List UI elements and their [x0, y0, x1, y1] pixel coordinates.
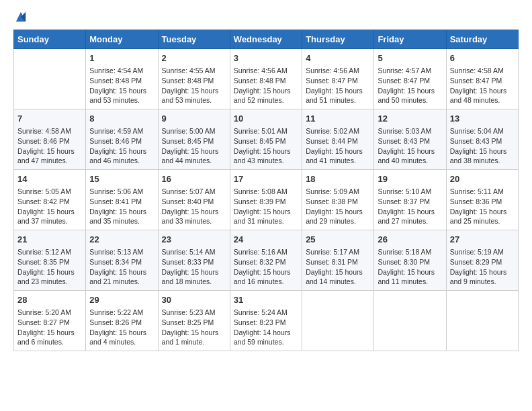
- cell-content: Sunrise: 4:54 AM Sunset: 8:48 PM Dayligh…: [89, 66, 154, 105]
- weekday-header-friday: Friday: [374, 30, 446, 49]
- calendar-cell: [302, 291, 374, 351]
- cell-content: Sunrise: 5:01 AM Sunset: 8:45 PM Dayligh…: [234, 126, 298, 166]
- calendar-cell: 1Sunrise: 4:54 AM Sunset: 8:48 PM Daylig…: [86, 49, 158, 109]
- calendar-cell: 31Sunrise: 5:24 AM Sunset: 8:23 PM Dayli…: [230, 291, 302, 351]
- cell-content: Sunrise: 5:16 AM Sunset: 8:32 PM Dayligh…: [234, 247, 298, 287]
- cell-content: Sunrise: 5:12 AM Sunset: 8:35 PM Dayligh…: [17, 247, 82, 287]
- calendar-cell: 28Sunrise: 5:20 AM Sunset: 8:27 PM Dayli…: [14, 291, 86, 351]
- calendar-cell: 7Sunrise: 4:58 AM Sunset: 8:46 PM Daylig…: [14, 109, 86, 170]
- logo: [13, 13, 27, 23]
- cell-content: Sunrise: 4:58 AM Sunset: 8:47 PM Dayligh…: [450, 66, 515, 105]
- calendar-cell: [446, 291, 518, 351]
- cell-content: Sunrise: 5:19 AM Sunset: 8:29 PM Dayligh…: [450, 247, 515, 287]
- day-number: 13: [450, 113, 515, 125]
- day-number: 23: [162, 234, 226, 246]
- calendar-cell: 27Sunrise: 5:19 AM Sunset: 8:29 PM Dayli…: [446, 230, 518, 291]
- day-number: 8: [89, 113, 154, 125]
- weekday-header-wednesday: Wednesday: [230, 30, 302, 49]
- calendar-cell: 22Sunrise: 5:13 AM Sunset: 8:34 PM Dayli…: [86, 230, 158, 291]
- calendar-cell: 10Sunrise: 5:01 AM Sunset: 8:45 PM Dayli…: [230, 109, 302, 170]
- day-number: 3: [234, 52, 298, 64]
- cell-content: Sunrise: 5:13 AM Sunset: 8:34 PM Dayligh…: [89, 247, 154, 287]
- calendar-cell: 2Sunrise: 4:55 AM Sunset: 8:48 PM Daylig…: [158, 49, 230, 109]
- calendar-cell: 8Sunrise: 4:59 AM Sunset: 8:46 PM Daylig…: [86, 109, 158, 170]
- calendar-cell: 11Sunrise: 5:02 AM Sunset: 8:44 PM Dayli…: [302, 109, 374, 170]
- calendar-week-row: 21Sunrise: 5:12 AM Sunset: 8:35 PM Dayli…: [14, 230, 519, 291]
- day-number: 11: [306, 113, 370, 125]
- calendar-cell: 24Sunrise: 5:16 AM Sunset: 8:32 PM Dayli…: [230, 230, 302, 291]
- day-number: 19: [378, 173, 442, 185]
- calendar-week-row: 28Sunrise: 5:20 AM Sunset: 8:27 PM Dayli…: [14, 291, 519, 351]
- calendar-cell: [14, 49, 86, 109]
- day-number: 6: [450, 52, 515, 64]
- calendar-week-row: 14Sunrise: 5:05 AM Sunset: 8:42 PM Dayli…: [14, 170, 519, 230]
- cell-content: Sunrise: 5:08 AM Sunset: 8:39 PM Dayligh…: [234, 187, 298, 226]
- cell-content: Sunrise: 5:02 AM Sunset: 8:44 PM Dayligh…: [306, 126, 370, 166]
- calendar-cell: 14Sunrise: 5:05 AM Sunset: 8:42 PM Dayli…: [14, 170, 86, 230]
- calendar-cell: 25Sunrise: 5:17 AM Sunset: 8:31 PM Dayli…: [302, 230, 374, 291]
- cell-content: Sunrise: 5:07 AM Sunset: 8:40 PM Dayligh…: [162, 187, 226, 226]
- calendar-cell: 23Sunrise: 5:14 AM Sunset: 8:33 PM Dayli…: [158, 230, 230, 291]
- cell-content: Sunrise: 5:23 AM Sunset: 8:25 PM Dayligh…: [162, 308, 226, 347]
- weekday-header-tuesday: Tuesday: [158, 30, 230, 49]
- cell-content: Sunrise: 5:09 AM Sunset: 8:38 PM Dayligh…: [306, 187, 370, 226]
- day-number: 29: [89, 294, 154, 306]
- calendar-cell: 13Sunrise: 5:04 AM Sunset: 8:43 PM Dayli…: [446, 109, 518, 170]
- day-number: 20: [450, 173, 515, 185]
- cell-content: Sunrise: 5:00 AM Sunset: 8:45 PM Dayligh…: [162, 126, 226, 166]
- cell-content: Sunrise: 5:20 AM Sunset: 8:27 PM Dayligh…: [17, 308, 82, 347]
- cell-content: Sunrise: 4:59 AM Sunset: 8:46 PM Dayligh…: [89, 126, 154, 166]
- day-number: 16: [162, 173, 226, 185]
- day-number: 5: [378, 52, 442, 64]
- cell-content: Sunrise: 5:10 AM Sunset: 8:37 PM Dayligh…: [378, 187, 442, 226]
- calendar-cell: 15Sunrise: 5:06 AM Sunset: 8:41 PM Dayli…: [86, 170, 158, 230]
- weekday-header-saturday: Saturday: [446, 30, 518, 49]
- cell-content: Sunrise: 5:05 AM Sunset: 8:42 PM Dayligh…: [17, 187, 82, 226]
- calendar-cell: 4Sunrise: 4:56 AM Sunset: 8:47 PM Daylig…: [302, 49, 374, 109]
- cell-content: Sunrise: 5:06 AM Sunset: 8:41 PM Dayligh…: [89, 187, 154, 226]
- day-number: 2: [162, 52, 226, 64]
- cell-content: Sunrise: 5:11 AM Sunset: 8:36 PM Dayligh…: [450, 187, 515, 226]
- day-number: 25: [306, 234, 370, 246]
- day-number: 9: [162, 113, 226, 125]
- calendar-cell: 3Sunrise: 4:56 AM Sunset: 8:48 PM Daylig…: [230, 49, 302, 109]
- calendar-week-row: 7Sunrise: 4:58 AM Sunset: 8:46 PM Daylig…: [14, 109, 519, 170]
- calendar-cell: 6Sunrise: 4:58 AM Sunset: 8:47 PM Daylig…: [446, 49, 518, 109]
- day-number: 17: [234, 173, 298, 185]
- weekday-header-monday: Monday: [86, 30, 158, 49]
- cell-content: Sunrise: 5:03 AM Sunset: 8:43 PM Dayligh…: [378, 126, 442, 166]
- day-number: 10: [234, 113, 298, 125]
- cell-content: Sunrise: 4:57 AM Sunset: 8:47 PM Dayligh…: [378, 66, 442, 105]
- weekday-header-sunday: Sunday: [14, 30, 86, 49]
- cell-content: Sunrise: 5:22 AM Sunset: 8:26 PM Dayligh…: [89, 308, 154, 347]
- cell-content: Sunrise: 4:56 AM Sunset: 8:47 PM Dayligh…: [306, 66, 370, 105]
- day-number: 21: [17, 234, 82, 246]
- cell-content: Sunrise: 5:17 AM Sunset: 8:31 PM Dayligh…: [306, 247, 370, 287]
- calendar-cell: 16Sunrise: 5:07 AM Sunset: 8:40 PM Dayli…: [158, 170, 230, 230]
- weekday-header-thursday: Thursday: [302, 30, 374, 49]
- cell-content: Sunrise: 4:55 AM Sunset: 8:48 PM Dayligh…: [162, 66, 226, 105]
- calendar-cell: 9Sunrise: 5:00 AM Sunset: 8:45 PM Daylig…: [158, 109, 230, 170]
- weekday-header-row: SundayMondayTuesdayWednesdayThursdayFrid…: [14, 30, 519, 49]
- day-number: 31: [234, 294, 298, 306]
- calendar-cell: [374, 291, 446, 351]
- page-header: [13, 13, 519, 23]
- calendar-cell: 19Sunrise: 5:10 AM Sunset: 8:37 PM Dayli…: [374, 170, 446, 230]
- logo-icon: [15, 11, 27, 23]
- calendar-cell: 18Sunrise: 5:09 AM Sunset: 8:38 PM Dayli…: [302, 170, 374, 230]
- day-number: 1: [89, 52, 154, 64]
- day-number: 27: [450, 234, 515, 246]
- calendar-week-row: 1Sunrise: 4:54 AM Sunset: 8:48 PM Daylig…: [14, 49, 519, 109]
- day-number: 12: [378, 113, 442, 125]
- calendar-table: SundayMondayTuesdayWednesdayThursdayFrid…: [13, 30, 519, 351]
- cell-content: Sunrise: 4:58 AM Sunset: 8:46 PM Dayligh…: [17, 126, 82, 166]
- cell-content: Sunrise: 5:04 AM Sunset: 8:43 PM Dayligh…: [450, 126, 515, 166]
- day-number: 15: [89, 173, 154, 185]
- day-number: 18: [306, 173, 370, 185]
- calendar-cell: 5Sunrise: 4:57 AM Sunset: 8:47 PM Daylig…: [374, 49, 446, 109]
- calendar-cell: 29Sunrise: 5:22 AM Sunset: 8:26 PM Dayli…: [86, 291, 158, 351]
- day-number: 22: [89, 234, 154, 246]
- cell-content: Sunrise: 4:56 AM Sunset: 8:48 PM Dayligh…: [234, 66, 298, 105]
- cell-content: Sunrise: 5:18 AM Sunset: 8:30 PM Dayligh…: [378, 247, 442, 287]
- day-number: 30: [162, 294, 226, 306]
